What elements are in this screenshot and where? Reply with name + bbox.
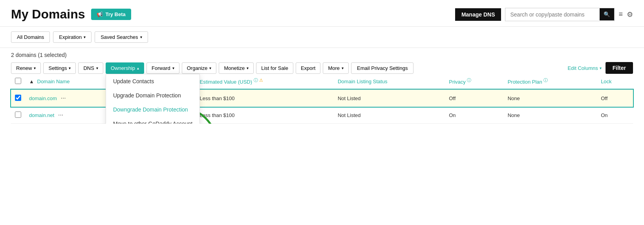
monetize-button[interactable]: Monetize ▾ — [219, 62, 254, 74]
table-toolbar: Renew ▾ Settings ▾ DNS ▾ Ownership ▴ Upd… — [11, 62, 633, 74]
megaphone-icon: 📢 — [97, 11, 103, 17]
toolbar-right: Edit Columns ▾ Filter — [567, 62, 633, 74]
chevron-down-icon: ▾ — [247, 66, 249, 70]
upgrade-domain-protection-item[interactable]: Upgrade Domain Protection — [106, 88, 199, 102]
search-input[interactable] — [505, 8, 600, 21]
protection-plan-cell: None — [504, 107, 597, 124]
domain-link[interactable]: domain.com — [29, 95, 57, 101]
search-box: 🔍 — [505, 8, 615, 21]
privacy-cell: On — [445, 107, 503, 124]
more-button[interactable]: More ▾ — [323, 62, 349, 74]
dns-button[interactable]: DNS ▾ — [78, 62, 103, 74]
toolbar-left: Renew ▾ Settings ▾ DNS ▾ Ownership ▴ Upd… — [11, 62, 413, 74]
email-privacy-button[interactable]: Email Privacy Settings — [351, 62, 413, 74]
manage-dns-button[interactable]: Manage DNS — [455, 8, 501, 21]
search-button[interactable]: 🔍 — [600, 8, 614, 20]
est-value-cell: Less than $100 — [196, 107, 334, 124]
chevron-down-icon: ▾ — [172, 66, 174, 70]
ownership-dropdown-wrapper: Ownership ▴ Update Contacts Upgrade Doma… — [106, 62, 144, 74]
chevron-down-icon: ▾ — [96, 66, 98, 70]
chevron-down-icon: ▾ — [209, 66, 211, 70]
chevron-down-icon: ▾ — [84, 35, 86, 39]
info-icon: ⓘ — [467, 78, 471, 82]
chevron-down-icon: ▾ — [600, 66, 602, 70]
ownership-button[interactable]: Ownership ▴ — [106, 62, 144, 74]
row-checkbox-cell — [11, 90, 25, 107]
export-button[interactable]: Export — [296, 62, 321, 74]
estimated-value-header[interactable]: Estimated Value (USD) ⓘ ⚠ — [196, 74, 334, 90]
menu-icon[interactable]: ≡ — [618, 10, 623, 18]
chevron-down-icon: ▾ — [34, 66, 36, 70]
row-menu-button[interactable]: ··· — [58, 94, 68, 102]
listing-status-cell: Not Listed — [334, 90, 445, 107]
domain-name-header[interactable]: ▲ Domain Name — [25, 74, 119, 90]
table-row: domain.com ··· Off Less than $100 Not Li… — [11, 90, 633, 107]
domain-name-cell: domain.com ··· — [25, 90, 119, 107]
table-row: domain.net ··· Off Less than $100 Not Li… — [11, 107, 633, 124]
protection-plan-header[interactable]: Protection Plan ⓘ — [504, 74, 597, 90]
try-beta-button[interactable]: 📢 Try Beta — [91, 9, 131, 20]
privacy-header[interactable]: Privacy ⓘ — [445, 74, 503, 90]
header: My Domains 📢 Try Beta Manage DNS 🔍 ≡ ⚙ — [0, 0, 644, 27]
domain-listing-status-header[interactable]: Domain Listing Status — [334, 74, 445, 90]
privacy-cell: Off — [445, 90, 503, 107]
move-to-godaddy-item[interactable]: Move to other GoDaddy Account — [106, 117, 199, 124]
info-icon: ⓘ — [254, 78, 258, 82]
expiration-button[interactable]: Expiration ▾ — [53, 31, 91, 43]
header-right: Manage DNS 🔍 ≡ ⚙ — [455, 8, 633, 21]
row-checkbox[interactable] — [15, 95, 21, 101]
row-menu-button[interactable]: ··· — [56, 111, 66, 119]
downgrade-domain-protection-item[interactable]: Downgrade Domain Protection — [106, 102, 199, 117]
list-for-sale-button[interactable]: List for Sale — [256, 62, 293, 74]
edit-columns-link[interactable]: Edit Columns ▾ — [567, 65, 601, 71]
ownership-menu: Update Contacts Upgrade Domain Protectio… — [106, 74, 200, 124]
lock-header[interactable]: Lock — [597, 74, 633, 90]
renew-button[interactable]: Renew ▾ — [11, 62, 41, 74]
table-container: ▲ Domain Name Auto-renew ⓘ Estimated Val… — [0, 74, 644, 124]
domains-table: ▲ Domain Name Auto-renew ⓘ Estimated Val… — [11, 74, 633, 124]
select-all-checkbox[interactable] — [15, 78, 21, 84]
chevron-down-icon: ▾ — [69, 66, 71, 70]
search-icon: 🔍 — [604, 11, 610, 17]
all-domains-button[interactable]: All Domains — [11, 31, 50, 43]
lock-cell: Off — [597, 90, 633, 107]
filter-button[interactable]: Filter — [606, 62, 633, 74]
header-left: My Domains 📢 Try Beta — [11, 7, 131, 22]
table-toolbar-wrapper: 2 domains (1 selected) Renew ▾ Settings … — [0, 48, 644, 74]
chevron-up-icon: ▴ — [137, 66, 139, 70]
page-title: My Domains — [11, 7, 85, 22]
listing-status-cell: Not Listed — [334, 107, 445, 124]
forward-button[interactable]: Forward ▾ — [146, 62, 179, 74]
chevron-down-icon: ▾ — [140, 35, 142, 39]
info-icon: ⓘ — [543, 78, 548, 82]
sort-up-icon: ▲ — [29, 79, 34, 84]
chevron-down-icon: ▾ — [342, 66, 344, 70]
row-checkbox-cell — [11, 107, 25, 124]
row-checkbox[interactable] — [15, 112, 21, 118]
lock-cell: On — [597, 107, 633, 124]
saved-searches-button[interactable]: Saved Searches ▾ — [95, 31, 148, 43]
update-contacts-item[interactable]: Update Contacts — [106, 74, 199, 88]
protection-plan-cell: None — [504, 90, 597, 107]
est-value-cell: Less than $100 — [196, 90, 334, 107]
header-icons: ≡ ⚙ — [618, 10, 633, 19]
organize-button[interactable]: Organize ▾ — [182, 62, 217, 74]
filter-bar: All Domains Expiration ▾ Saved Searches … — [0, 27, 644, 48]
domain-name-cell: domain.net ··· — [25, 107, 119, 124]
warning-icon: ⚠ — [259, 78, 263, 82]
domains-count: 2 domains (1 selected) — [11, 52, 633, 58]
filter-icon[interactable]: ⚙ — [627, 10, 633, 19]
domain-link[interactable]: domain.net — [29, 112, 54, 118]
settings-button[interactable]: Settings ▾ — [43, 62, 76, 74]
select-all-header — [11, 74, 25, 90]
